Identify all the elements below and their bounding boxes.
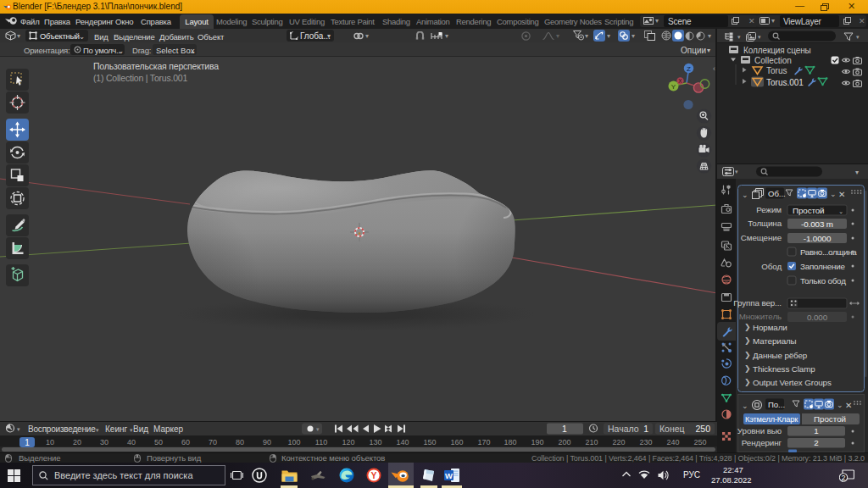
svg-text:Данные рёбер: Данные рёбер [753, 351, 808, 360]
svg-text:Уровни вью: Уровни вью [737, 426, 782, 435]
svg-text:Y: Y [671, 83, 676, 91]
svg-text:250: 250 [695, 424, 710, 434]
svg-text:Простой: Простой [793, 206, 824, 215]
svg-text:Нормали: Нормали [753, 323, 787, 332]
svg-text:▾: ▾ [737, 34, 741, 40]
svg-text:Режим: Режим [756, 205, 782, 214]
svg-text:Маркер: Маркер [153, 424, 184, 434]
svg-text:Равно...олщина: Равно...олщина [800, 247, 857, 257]
svg-text:Заполнение: Заполнение [800, 262, 846, 271]
svg-text:Рендеринг: Рендеринг [742, 438, 782, 447]
svg-text:Z: Z [687, 65, 691, 73]
svg-text:✕: ✕ [845, 401, 852, 410]
svg-text:1: 1 [562, 424, 567, 434]
svg-text:⌄: ⌄ [837, 401, 843, 409]
svg-text:Torus.001: Torus.001 [766, 78, 804, 87]
svg-text:⌄: ⌄ [838, 208, 843, 215]
svg-text:Материалы: Материалы [753, 336, 797, 346]
svg-text:Группа вер...: Группа вер... [733, 298, 782, 308]
svg-text:▾: ▾ [96, 427, 99, 433]
svg-text:2: 2 [841, 474, 845, 482]
svg-text:0.000: 0.000 [807, 313, 828, 322]
svg-text:Конец: Конец [659, 424, 685, 434]
svg-text:Torus: Torus [766, 66, 787, 75]
svg-text:X: X [678, 78, 682, 84]
svg-text:✕: ✕ [838, 190, 845, 199]
svg-text:Output Vertex Groups: Output Vertex Groups [753, 378, 832, 387]
svg-text:⌄: ⌄ [742, 191, 748, 199]
svg-text:⌄: ⌄ [830, 190, 837, 198]
svg-text:❯: ❯ [744, 336, 750, 346]
svg-text:❯: ❯ [744, 378, 750, 387]
svg-text:-0.003 m: -0.003 m [801, 219, 833, 229]
svg-text:-1.0000: -1.0000 [804, 234, 832, 243]
svg-text:Множитель: Множитель [739, 312, 782, 321]
svg-text:❯: ❯ [744, 364, 750, 374]
svg-text:W: W [445, 471, 453, 480]
svg-text:▾: ▾ [17, 426, 20, 432]
svg-text:▾: ▾ [856, 34, 860, 40]
svg-text:По...: По... [768, 400, 785, 409]
svg-text:▾: ▾ [758, 34, 761, 40]
svg-text:❯: ❯ [744, 323, 750, 332]
svg-text:1: 1 [814, 426, 818, 435]
svg-text:1: 1 [643, 424, 648, 434]
svg-text:▾: ▾ [316, 426, 320, 432]
svg-text:Начало: Начало [608, 424, 639, 434]
svg-text:1: 1 [25, 438, 30, 447]
svg-text:Воспроизведение: Воспроизведение [28, 424, 96, 434]
svg-text:2: 2 [814, 438, 818, 447]
svg-text:▾: ▾ [855, 169, 859, 176]
svg-text:Y: Y [370, 470, 376, 480]
svg-text:Вид: Вид [133, 424, 148, 434]
svg-text:Кэтмелл-Кларк: Кэтмелл-Кларк [745, 415, 798, 424]
svg-text:Collection: Collection [754, 56, 792, 65]
svg-text:❯: ❯ [744, 351, 750, 360]
svg-text:Смещение: Смещение [741, 233, 782, 242]
svg-text:Кеинг: Кеинг [105, 424, 127, 434]
svg-text:Обод: Обод [761, 262, 782, 271]
svg-text:Коллекция сцены: Коллекция сцены [743, 46, 811, 55]
svg-text:▾: ▾ [735, 169, 738, 175]
svg-text:Thickness Clamp: Thickness Clamp [753, 364, 815, 374]
svg-text:Простой: Простой [814, 414, 846, 424]
svg-text:Толщина: Толщина [748, 219, 782, 228]
svg-text:Об...: Об... [768, 189, 786, 198]
svg-text:Только обод: Только обод [800, 276, 846, 286]
svg-text:⌄: ⌄ [742, 402, 748, 410]
